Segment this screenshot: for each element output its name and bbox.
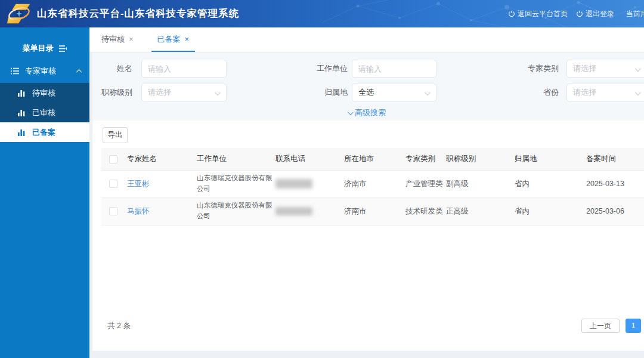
menu-directory-toggle[interactable]: 菜单目录 bbox=[0, 39, 89, 57]
prev-page-button[interactable]: 上一页 bbox=[581, 319, 620, 333]
table-footer: 共 2 条 上一页 1 bbox=[107, 319, 641, 333]
select-placeholder: 请选择 bbox=[148, 87, 171, 98]
logout-label: 退出登录 bbox=[586, 9, 614, 19]
col-expert-name: 专家姓名 bbox=[127, 148, 197, 170]
region-select[interactable]: 全选 bbox=[352, 84, 436, 101]
close-icon[interactable]: × bbox=[185, 35, 190, 43]
category-cell: 产业管理类 bbox=[405, 170, 446, 197]
sidebar-group-label: 专家审核 bbox=[25, 66, 56, 76]
col-record-date: 备案时间 bbox=[586, 148, 644, 170]
province-field-label: 省份 bbox=[511, 84, 559, 101]
bar-chart-icon bbox=[18, 109, 25, 116]
title-level-cell: 副高级 bbox=[446, 170, 515, 197]
content-left-gutter bbox=[89, 53, 92, 358]
work-unit-cell: 山东德瑞克仪器股份有限公司 bbox=[197, 197, 275, 225]
unordered-list-icon bbox=[11, 67, 19, 75]
bottom-strip bbox=[92, 351, 644, 358]
region-cell: 省内 bbox=[515, 197, 586, 225]
bar-chart-icon bbox=[18, 129, 25, 136]
phone-cell bbox=[275, 197, 344, 225]
select-placeholder: 请选择 bbox=[573, 63, 596, 74]
chevron-down-icon bbox=[215, 90, 221, 95]
work-unit-input[interactable] bbox=[352, 60, 436, 78]
sidebar-item-reviewed[interactable]: 已审核 bbox=[0, 103, 89, 122]
advanced-search-link[interactable]: 高级搜索 bbox=[89, 107, 644, 118]
tab-label: 已备案 bbox=[157, 34, 181, 45]
table-row: 马振怀 山东德瑞克仪器股份有限公司 济南市 技术研发类 正高级 省内 2025-… bbox=[101, 197, 644, 225]
header-links: 返回云平台首页 退出登录 当前用户：山东 bbox=[508, 0, 644, 27]
col-phone: 联系电话 bbox=[275, 148, 344, 170]
close-icon[interactable]: × bbox=[129, 35, 134, 43]
row-checkbox[interactable] bbox=[109, 207, 117, 215]
tab-label: 待审核 bbox=[101, 34, 125, 45]
table-panel: 导出 专家姓名 工作单位 联系电话 所在地市 专家类别 职称级别 归属 bbox=[89, 121, 644, 358]
sidebar-group-expert-review[interactable]: 专家审核 bbox=[0, 61, 89, 81]
title-level-cell: 正高级 bbox=[446, 197, 515, 225]
expert-name-link[interactable]: 王亚彬 bbox=[127, 170, 197, 197]
tab-pending-review[interactable]: 待审核 × bbox=[95, 27, 140, 52]
main-content: 待审核 × 已备案 × 姓名 工作单位 专家类别 请选择 bbox=[89, 27, 644, 358]
tab-bar: 待审核 × 已备案 × bbox=[89, 27, 644, 53]
phone-number-redacted bbox=[275, 179, 312, 189]
chevron-up-icon bbox=[76, 69, 82, 75]
table-row: 王亚彬 山东德瑞克仪器股份有限公司 济南市 产业管理类 副高级 省内 2025-… bbox=[101, 170, 644, 197]
work-unit-input-field[interactable] bbox=[358, 64, 430, 73]
export-button[interactable]: 导出 bbox=[103, 127, 128, 143]
app-header: 山东省科技云平台-山东省科技专家管理系统 返回云平台首页 退出登录 当前用户：山… bbox=[0, 0, 644, 27]
sidebar-item-recorded[interactable]: 已备案 bbox=[0, 122, 89, 142]
select-value: 全选 bbox=[358, 87, 374, 98]
table-header-row: 专家姓名 工作单位 联系电话 所在地市 专家类别 职称级别 归属地 备案时间 bbox=[101, 148, 644, 170]
expert-name-link[interactable]: 马振怀 bbox=[127, 197, 197, 225]
advanced-search-label: 高级搜索 bbox=[355, 108, 386, 117]
total-count-label: 共 2 条 bbox=[107, 321, 131, 331]
city-cell: 济南市 bbox=[344, 197, 405, 225]
return-home-label: 返回云平台首页 bbox=[518, 9, 568, 19]
app-logo[interactable] bbox=[7, 2, 31, 25]
record-date-cell: 2025-03-06 bbox=[586, 197, 644, 225]
experts-table: 专家姓名 工作单位 联系电话 所在地市 专家类别 职称级别 归属地 备案时间 王… bbox=[101, 148, 644, 226]
power-icon bbox=[508, 10, 515, 17]
work-unit-field-label: 工作单位 bbox=[300, 60, 348, 78]
sidebar-item-label: 已审核 bbox=[32, 107, 55, 118]
work-unit-cell: 山东德瑞克仪器股份有限公司 bbox=[197, 170, 275, 197]
current-user-label: 当前用户：山东 bbox=[626, 9, 644, 19]
phone-cell bbox=[275, 170, 344, 197]
chevron-down-icon bbox=[425, 90, 431, 95]
sidebar-item-label: 待审核 bbox=[32, 88, 55, 98]
row-checkbox[interactable] bbox=[109, 180, 117, 188]
name-input-field[interactable] bbox=[148, 64, 220, 73]
logout-link[interactable]: 退出登录 bbox=[576, 9, 614, 19]
chevron-down-icon bbox=[348, 109, 354, 115]
chevron-down-icon bbox=[635, 66, 641, 72]
tab-recorded[interactable]: 已备案 × bbox=[151, 27, 196, 52]
app-title: 山东省科技云平台-山东省科技专家管理系统 bbox=[37, 7, 239, 20]
page-1-button[interactable]: 1 bbox=[626, 319, 641, 333]
search-filter-panel: 姓名 工作单位 专家类别 请选择 职称级别 请选择 归属地 全选 bbox=[89, 53, 644, 121]
province-select[interactable]: 请选择 bbox=[566, 84, 644, 101]
city-cell: 济南市 bbox=[344, 170, 405, 197]
col-work-unit: 工作单位 bbox=[197, 148, 275, 170]
menu-fold-icon bbox=[58, 45, 67, 53]
power-icon bbox=[576, 10, 583, 17]
title-level-select[interactable]: 请选择 bbox=[141, 84, 227, 101]
expert-category-select[interactable]: 请选择 bbox=[566, 60, 644, 78]
app-window: 山东省科技云平台-山东省科技专家管理系统 返回云平台首页 退出登录 当前用户：山… bbox=[0, 0, 644, 358]
col-title-level: 职称级别 bbox=[446, 148, 515, 170]
name-field-label: 姓名 bbox=[97, 60, 132, 78]
phone-number-redacted bbox=[275, 207, 312, 215]
title-level-field-label: 职称级别 bbox=[97, 84, 132, 101]
sidebar-submenu: 待审核 已审核 已备案 bbox=[0, 83, 89, 142]
expert-category-field-label: 专家类别 bbox=[511, 60, 559, 78]
select-placeholder: 请选择 bbox=[573, 87, 596, 98]
return-home-link[interactable]: 返回云平台首页 bbox=[508, 9, 568, 19]
region-cell: 省内 bbox=[515, 170, 586, 197]
col-city: 所在地市 bbox=[344, 148, 405, 170]
bar-chart-icon bbox=[18, 90, 25, 97]
sidebar-item-pending-review[interactable]: 待审核 bbox=[0, 83, 89, 103]
record-date-cell: 2025-03-13 bbox=[586, 170, 644, 197]
menu-directory-label: 菜单目录 bbox=[23, 43, 54, 54]
region-field-label: 归属地 bbox=[300, 84, 348, 101]
chevron-down-icon bbox=[635, 90, 641, 95]
name-input[interactable] bbox=[141, 60, 227, 78]
select-all-checkbox[interactable] bbox=[109, 155, 117, 163]
